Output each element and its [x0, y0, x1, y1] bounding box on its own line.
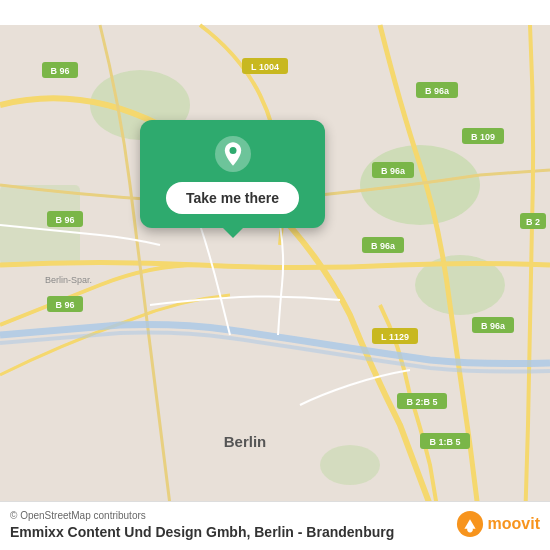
pin-icon-container	[215, 136, 251, 172]
svg-text:B 96: B 96	[55, 215, 74, 225]
svg-point-37	[467, 527, 473, 533]
svg-text:L 1129: L 1129	[381, 332, 409, 342]
svg-text:B 2: B 2	[526, 217, 540, 227]
map-container: B 96 B 96 B 96 B 96a B 96a B 96a B 96a B…	[0, 0, 550, 550]
svg-text:B 96a: B 96a	[481, 321, 506, 331]
svg-text:B 96: B 96	[55, 300, 74, 310]
moovit-logo: moovit	[456, 510, 540, 538]
svg-text:B 2:B 5: B 2:B 5	[406, 397, 437, 407]
svg-text:B 1:B 5: B 1:B 5	[429, 437, 460, 447]
svg-text:L 1004: L 1004	[251, 62, 279, 72]
take-me-there-button[interactable]: Take me there	[166, 182, 299, 214]
svg-text:B 96a: B 96a	[381, 166, 406, 176]
moovit-label: moovit	[488, 515, 540, 533]
svg-text:B 109: B 109	[471, 132, 495, 142]
moovit-icon	[456, 510, 484, 538]
svg-text:B 96a: B 96a	[425, 86, 450, 96]
svg-text:Berlin-Spar.: Berlin-Spar.	[45, 275, 92, 285]
svg-point-5	[320, 445, 380, 485]
svg-text:B 96a: B 96a	[371, 241, 396, 251]
svg-point-1	[360, 145, 480, 225]
svg-text:B 96: B 96	[50, 66, 69, 76]
svg-point-34	[229, 147, 236, 154]
svg-text:Berlin: Berlin	[224, 433, 267, 450]
pin-icon	[219, 140, 247, 168]
location-popup: Take me there	[140, 120, 325, 228]
map-background: B 96 B 96 B 96 B 96a B 96a B 96a B 96a B…	[0, 0, 550, 550]
